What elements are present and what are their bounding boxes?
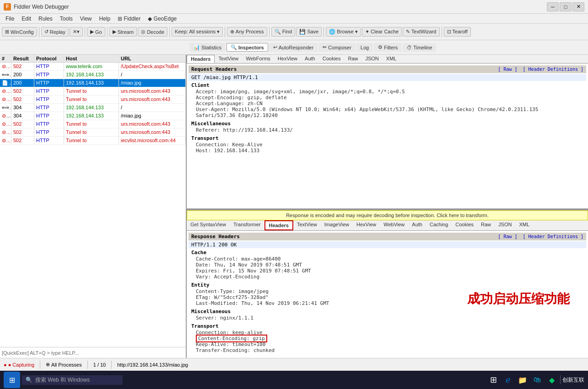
go-icon: ▶: [90, 29, 94, 35]
header-def-link[interactable]: [ Header Definitions ]: [523, 67, 583, 72]
search-bar[interactable]: 🔍 搜索 Web 和 Windows: [22, 375, 123, 385]
resp-tab-headers[interactable]: Headers: [264, 220, 293, 230]
session-table: # Result Protocol Host URL ⊘ 1 502 HTTP …: [0, 55, 186, 347]
tab-autoresponder[interactable]: ↩ AutoResponder: [269, 43, 318, 52]
resp-tab-getsyntaxview[interactable]: Get SyntaxView: [187, 220, 230, 230]
req-tab-cookies[interactable]: Cookies: [319, 55, 345, 63]
resp-tab-hexview[interactable]: HexView: [353, 220, 380, 230]
browse-button[interactable]: 🌐 Browse ▾: [326, 27, 361, 37]
response-encoded-banner[interactable]: Response is encoded and may require deco…: [187, 210, 588, 220]
req-tab-json[interactable]: JSON: [361, 55, 382, 63]
any-process-button[interactable]: ⊕ Any Process: [227, 27, 267, 37]
tab-timeline[interactable]: ⏱ Timeline: [403, 43, 436, 52]
req-tab-hexview[interactable]: HexView: [274, 55, 301, 63]
explorer-icon[interactable]: 📁: [516, 373, 529, 386]
response-pane: Response is encoded and may require deco…: [187, 210, 588, 358]
tab-statistics[interactable]: 📊 Statistics: [189, 43, 226, 52]
gem-icon[interactable]: ◆: [545, 373, 558, 386]
request-group-misc: Miscellaneous Referer: http://192.168.14…: [189, 120, 586, 133]
replay-label: Replay: [50, 29, 65, 35]
replay-button[interactable]: ↺ Replay: [41, 27, 69, 37]
maximize-button[interactable]: □: [560, 2, 572, 11]
close-button[interactable]: ✕: [572, 2, 584, 11]
table-row[interactable]: ⊘ 4 502 HTTP Tunnel to urs.microsoft.com…: [0, 87, 186, 96]
table-row[interactable]: 📄 3 200 HTTP 192.168.144.133 /miao.jpg: [0, 79, 186, 87]
start-button[interactable]: ⊞: [4, 372, 20, 388]
resp-tab-transformer[interactable]: Transformer: [230, 220, 264, 230]
tab-inspectors[interactable]: 🔍 Inspectors: [227, 43, 268, 52]
menu-tools[interactable]: Tools: [56, 15, 76, 23]
find-button[interactable]: 🔍 Find: [271, 27, 295, 37]
menu-edit[interactable]: Edit: [18, 15, 35, 23]
menu-file[interactable]: File: [2, 15, 18, 23]
req-tab-xml[interactable]: XML: [383, 55, 400, 63]
row-protocol: HTTP: [34, 96, 64, 103]
resp-tab-imageview[interactable]: ImageView: [321, 220, 353, 230]
menu-geoedge[interactable]: ◆ GeoEdge: [144, 15, 180, 23]
server-header: Server: nginx/1.1.1: [189, 315, 586, 321]
clear-cache-button[interactable]: ✦ Clear Cache: [362, 27, 402, 37]
tab-log[interactable]: Log: [356, 43, 373, 52]
save-button[interactable]: 💾 Save: [296, 27, 322, 37]
table-row[interactable]: ⟺ 6 304 HTTP 192.168.144.133 /: [0, 104, 186, 112]
menu-rules[interactable]: Rules: [35, 15, 56, 23]
processes-label: All Processes: [51, 362, 82, 368]
go-button[interactable]: ▶ Go: [87, 27, 105, 37]
store-icon[interactable]: 🛍: [531, 373, 544, 386]
tab-composer[interactable]: ✏ Composer: [318, 43, 356, 52]
vary-header: Vary: Accept-Encoding: [189, 274, 586, 280]
row-icon: 📄 3: [0, 79, 11, 87]
edge-icon[interactable]: ℯ: [502, 373, 514, 386]
search-placeholder: 搜索 Web 和 Windows: [35, 376, 90, 384]
winconfig-button[interactable]: ⊞ WinConfig: [2, 27, 37, 37]
composer-icon: ✏: [323, 44, 327, 50]
table-row[interactable]: ⊘ 7 304 HTTP 192.168.144.133 /miao.jpg: [0, 112, 186, 120]
table-row[interactable]: ⊘ 10 502 HTTP Tunnel to iecvlist.microso…: [0, 137, 186, 145]
x-button[interactable]: ✕▾: [70, 27, 83, 37]
table-row[interactable]: ⊘ 9 502 HTTP Tunnel to urs.microsoft.com…: [0, 128, 186, 137]
resp-header-def-link[interactable]: [ Header Definitions ]: [523, 234, 583, 239]
table-row[interactable]: ⊘ 5 502 HTTP Tunnel to urs.microsoft.com…: [0, 96, 186, 104]
raw-link[interactable]: [ Raw ]: [498, 67, 517, 72]
request-tab-bar: Headers TextView WebForms HexView Auth C…: [187, 55, 588, 64]
request-header-links: [ Raw ] [ Header Definitions ]: [495, 67, 583, 72]
quickexec-bar[interactable]: [QuickExec] ALT+Q > type HELP...: [0, 347, 186, 358]
table-row[interactable]: ⟺ 2 200 HTTP 192.168.144.133 /: [0, 71, 186, 79]
row-url: /: [119, 71, 186, 79]
textwizard-button[interactable]: ✎ TextWizard: [403, 27, 439, 37]
resp-tab-textview[interactable]: TextView: [293, 220, 321, 230]
resp-tab-json[interactable]: JSON: [495, 220, 515, 230]
resp-raw-link[interactable]: [ Raw ]: [498, 234, 517, 239]
resp-tab-cookies[interactable]: Cookies: [452, 220, 477, 230]
resp-tab-raw[interactable]: Raw: [477, 220, 495, 230]
resp-tab-webview[interactable]: WebView: [380, 220, 408, 230]
go-label: Go: [95, 29, 102, 35]
resp-tab-caching[interactable]: Caching: [426, 220, 452, 230]
resp-tab-auth[interactable]: Auth: [408, 220, 426, 230]
req-tab-headers[interactable]: Headers: [187, 55, 215, 63]
req-tab-raw[interactable]: Raw: [344, 55, 361, 63]
menu-fiddler[interactable]: ⊞ Fiddler: [114, 15, 144, 23]
row-protocol: HTTP: [34, 137, 64, 144]
table-row[interactable]: ⊘ 8 502 HTTP Tunnel to urs.microsoft.com…: [0, 120, 186, 128]
windows-icon[interactable]: ⊞: [487, 373, 500, 386]
menu-view[interactable]: View: [76, 15, 96, 23]
keep-button[interactable]: Keep: All sessions ▾: [172, 27, 223, 37]
tab-filters[interactable]: ⚙ Filters: [374, 43, 402, 52]
filters-icon: ⚙: [378, 44, 383, 50]
row-url: /miao.jpg: [119, 79, 186, 87]
decode-button[interactable]: ◎ Decode: [138, 27, 167, 37]
menu-bar: File Edit Rules Tools View Help ⊞ Fiddle…: [0, 14, 588, 24]
minimize-button[interactable]: ─: [547, 2, 559, 11]
req-tab-auth[interactable]: Auth: [301, 55, 319, 63]
response-first-line: HTTP/1.1 200 OK: [189, 241, 586, 248]
req-tab-webforms[interactable]: WebForms: [242, 55, 274, 63]
stream-label: Stream: [118, 29, 134, 35]
resp-tab-xml[interactable]: XML: [515, 220, 533, 230]
row-protocol: HTTP: [34, 128, 64, 136]
req-tab-textview[interactable]: TextView: [215, 55, 242, 63]
menu-help[interactable]: Help: [96, 15, 114, 23]
tearoff-button[interactable]: ⊡ Tearoff: [444, 27, 471, 37]
stream-button[interactable]: ▶ Stream: [109, 27, 137, 37]
table-row[interactable]: ⊘ 1 502 HTTP www.telerik.com /UpdateChec…: [0, 63, 186, 71]
